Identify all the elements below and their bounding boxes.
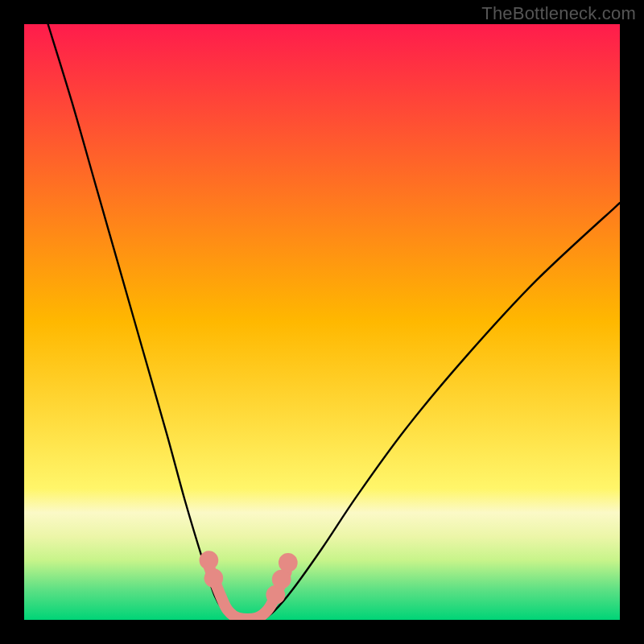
watermark-text: TheBottleneck.com (481, 3, 636, 24)
basin-marker (279, 553, 298, 572)
curves-layer (24, 24, 620, 620)
left-curve (48, 24, 233, 620)
basin-marker (200, 551, 219, 570)
plot-area (24, 24, 620, 620)
basin-marker (204, 568, 223, 588)
right-curve (262, 203, 620, 620)
basin-marker (272, 570, 291, 589)
chart-frame: TheBottleneck.com (0, 0, 644, 644)
